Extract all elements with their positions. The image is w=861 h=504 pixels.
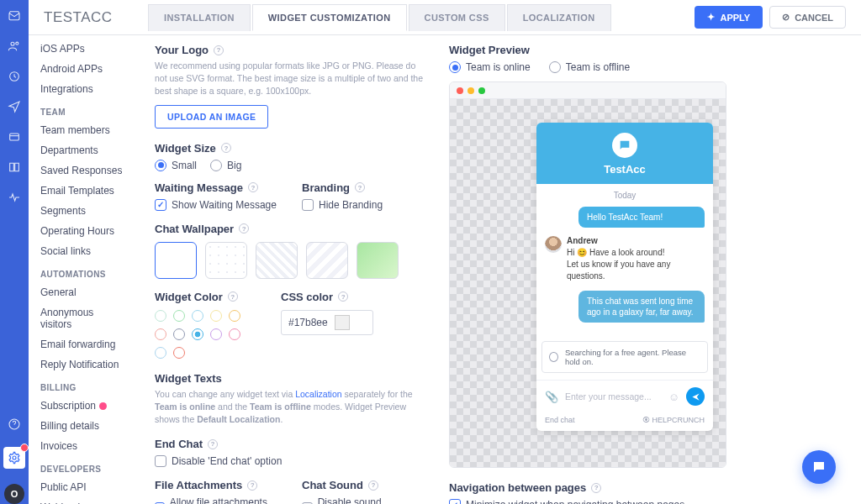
subscription-badge — [99, 402, 107, 410]
nav-saved-responses[interactable]: Saved Responses — [29, 160, 140, 181]
nav-departments[interactable]: Departments — [29, 140, 140, 160]
color-dot[interactable] — [155, 310, 166, 322]
attach-icon[interactable]: 📎 — [545, 391, 558, 403]
send-button[interactable] — [686, 387, 705, 406]
color-dot[interactable] — [155, 347, 166, 359]
preview-offline-radio[interactable]: Team is offline — [549, 61, 630, 73]
color-palette — [155, 310, 256, 359]
settings-sidebar: iOS APPs Android APPs Integrations TEAM … — [29, 35, 140, 504]
hint-icon[interactable] — [591, 483, 601, 493]
nav-anon-visitors[interactable]: Anonymous visitors — [29, 302, 140, 334]
rail-help-icon[interactable] — [7, 417, 22, 432]
nav-public-api[interactable]: Public API — [29, 477, 140, 497]
end-chat-title: End Chat — [155, 438, 203, 450]
nav-subscription[interactable]: Subscription — [29, 396, 140, 416]
branding-check[interactable]: Hide Branding — [302, 199, 424, 211]
color-dot[interactable] — [210, 328, 222, 340]
hint-icon[interactable] — [338, 291, 348, 302]
nav-email-templates[interactable]: Email Templates — [29, 181, 140, 201]
rail-send-icon[interactable] — [7, 99, 22, 114]
nav-invoices[interactable]: Invoices — [29, 436, 140, 456]
wallpaper-option-1[interactable] — [205, 242, 247, 279]
chat-sound-check[interactable]: Disable sound notifications — [302, 496, 424, 504]
tab-widget-customization[interactable]: WIDGET CUSTOMIZATION — [252, 4, 407, 31]
color-dot[interactable] — [229, 328, 240, 340]
apply-button[interactable]: ✦ APPLY — [695, 6, 763, 29]
nav-general[interactable]: General — [29, 282, 140, 302]
color-dot[interactable] — [155, 328, 166, 340]
waiting-title: Waiting Message — [155, 181, 243, 194]
widget-texts-title: Widget Texts — [155, 372, 222, 385]
agent-message: Hi 😊 Have a look around! Let us know if … — [567, 247, 676, 282]
waiting-check[interactable]: Show Waiting Message — [155, 199, 277, 211]
hint-icon[interactable] — [228, 291, 238, 302]
color-dot[interactable] — [229, 310, 240, 322]
localization-link[interactable]: Localization — [295, 389, 341, 399]
rail-settings-icon[interactable] — [3, 447, 25, 469]
rail-book-icon[interactable] — [7, 160, 22, 175]
agent-avatar — [545, 236, 562, 253]
tab-installation[interactable]: INSTALLATION — [148, 4, 251, 31]
upload-image-button[interactable]: UPLOAD AN IMAGE — [155, 105, 268, 129]
wallpaper-option-3[interactable] — [306, 242, 348, 279]
file-attach-check[interactable]: Allow file attachments in chat — [155, 496, 277, 504]
rail-inbox-icon[interactable] — [7, 8, 22, 24]
logo-help: We recommend using popular formats like … — [155, 60, 424, 98]
user-message: Hello TestAcc Team! — [578, 207, 705, 228]
wallpaper-option-2[interactable] — [256, 242, 298, 279]
nav-android-apps[interactable]: Android APPs — [29, 59, 140, 79]
rail-card-icon[interactable] — [7, 129, 22, 144]
rail-clock-icon[interactable] — [7, 69, 22, 84]
agent-name: Andrew — [567, 236, 676, 245]
size-small-radio[interactable]: Small — [155, 160, 197, 171]
rail-user-avatar[interactable]: O — [4, 484, 24, 504]
hint-icon[interactable] — [248, 182, 258, 192]
nav-social-links[interactable]: Social links — [29, 241, 140, 261]
hint-icon[interactable] — [214, 45, 224, 55]
emoji-icon[interactable]: ☺ — [668, 391, 679, 403]
message-input[interactable]: Enter your message... — [565, 391, 662, 402]
cancel-button[interactable]: ⊘ CANCEL — [769, 6, 846, 29]
nav-team-members[interactable]: Team members — [29, 120, 140, 140]
chat-widget: TestAcc Today Hello TestAcc Team! Andrew… — [536, 123, 713, 431]
color-dot[interactable] — [192, 310, 203, 322]
css-color-input[interactable]: #17b8ee — [281, 310, 373, 335]
hint-icon[interactable] — [221, 143, 231, 153]
widget-texts-help: You can change any widget text via Local… — [155, 388, 424, 427]
color-dot[interactable] — [192, 328, 203, 340]
color-dot[interactable] — [173, 347, 185, 359]
end-chat-check[interactable]: Disable 'End chat' option — [155, 455, 424, 467]
wallpaper-option-0[interactable] — [155, 242, 197, 279]
tab-localization[interactable]: LOCALIZATION — [507, 4, 611, 31]
nav-webhooks[interactable]: Webhooks — [29, 497, 140, 504]
user-message-2: This chat was sent long time ago in a ga… — [578, 291, 705, 323]
powered-by: ⦿ HELPCRUNCH — [642, 416, 705, 424]
color-dot[interactable] — [173, 310, 185, 322]
nav-email-forward[interactable]: Email forwarding — [29, 334, 140, 354]
preview-online-radio[interactable]: Team is online — [449, 61, 531, 73]
nav-reply-notification[interactable]: Reply Notification — [29, 354, 140, 375]
color-dot[interactable] — [210, 310, 222, 322]
svg-point-0 — [11, 42, 14, 45]
wallpaper-option-4[interactable] — [357, 242, 399, 279]
nav-billing-details[interactable]: Billing details — [29, 416, 140, 436]
nav-segments[interactable]: Segments — [29, 201, 140, 221]
color-dot[interactable] — [173, 328, 185, 340]
rail-activity-icon[interactable] — [7, 190, 22, 205]
hint-icon[interactable] — [247, 480, 257, 491]
end-chat-link[interactable]: End chat — [545, 416, 575, 424]
nav-ios-apps[interactable]: iOS APPs — [29, 39, 140, 59]
nav-pages-check[interactable]: Minimize widget when navigating between … — [449, 499, 846, 504]
group-developers: DEVELOPERS — [29, 456, 140, 477]
hint-icon[interactable] — [239, 223, 249, 234]
nav-operating-hours[interactable]: Operating Hours — [29, 221, 140, 241]
chat-fab[interactable] — [802, 450, 836, 484]
size-big-radio[interactable]: Big — [210, 160, 241, 171]
tab-custom-css[interactable]: CUSTOM CSS — [409, 4, 505, 31]
hint-icon[interactable] — [368, 480, 378, 491]
hint-icon[interactable] — [355, 182, 365, 192]
hint-icon[interactable] — [208, 439, 218, 449]
rail-contacts-icon[interactable] — [7, 39, 22, 54]
nav-integrations[interactable]: Integrations — [29, 79, 140, 99]
browser-frame: TestAcc Today Hello TestAcc Team! Andrew… — [449, 81, 726, 468]
